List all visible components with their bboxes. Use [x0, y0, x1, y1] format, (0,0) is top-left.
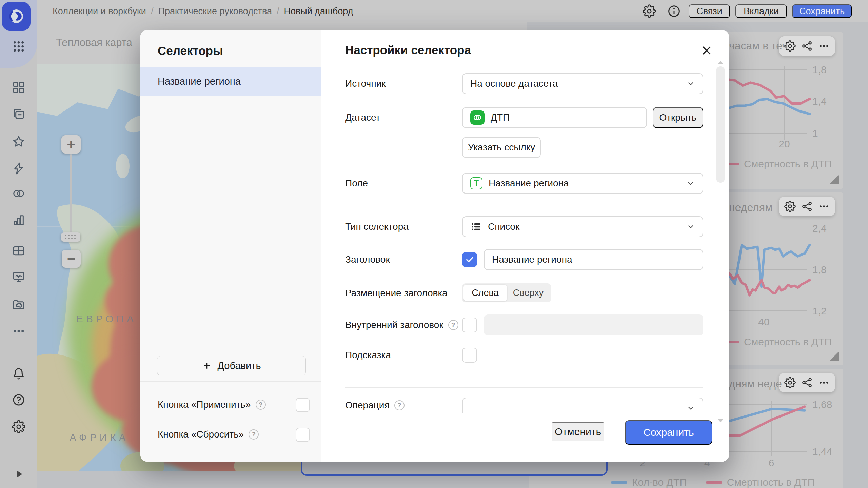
modal-scrollbar[interactable]	[716, 66, 725, 183]
connections-icon[interactable]	[12, 187, 25, 200]
selector-list-item[interactable]: Название региона	[140, 67, 321, 96]
chart-legend: Кол-во ДТПСмертность в ДТП	[611, 476, 815, 488]
monitoring-icon[interactable]	[12, 270, 25, 284]
chevron-down-icon	[686, 79, 695, 88]
list-icon	[470, 221, 482, 232]
chevron-down-icon	[686, 179, 695, 188]
widget-resize-handle[interactable]	[830, 175, 839, 184]
legend-item[interactable]: Смертность в ДТП	[706, 476, 815, 488]
reset-button-checkbox[interactable]	[296, 428, 310, 442]
map-zoom-track[interactable]	[70, 154, 72, 233]
chevron-down-icon	[686, 222, 695, 231]
dashboards-icon[interactable]	[12, 81, 25, 94]
hint-label: Подсказка	[345, 350, 391, 361]
specify-link-button[interactable]: Указать ссылку	[462, 137, 541, 158]
top-header: Коллекции и воркбуки / Практические руко…	[0, 0, 868, 22]
svg-text:6: 6	[769, 457, 774, 468]
svg-text:20: 20	[778, 138, 790, 149]
legend-item[interactable]: Смертность в ДТП	[723, 336, 832, 348]
breadcrumb-current: Новый дашборд	[284, 6, 353, 17]
legend-item[interactable]: Смертность в ДТП	[723, 158, 832, 170]
chart-legend: Смертность в ДТП	[723, 158, 832, 170]
chart-legend: Смертность в ДТП	[723, 336, 832, 348]
notifications-icon[interactable]	[12, 367, 25, 381]
screen: Коллекции и воркбуки / Практические руко…	[0, 0, 868, 488]
cancel-button[interactable]: Отменить	[552, 422, 604, 441]
map-zoom-slider-handle[interactable]	[61, 232, 80, 242]
header-save-button[interactable]: Сохранить	[792, 4, 852, 18]
scroll-up-arrow[interactable]	[717, 61, 724, 64]
apply-button-checkbox[interactable]	[296, 398, 310, 412]
tabs-button[interactable]: Вкладки	[735, 4, 787, 18]
chevron-down-icon	[686, 404, 695, 412]
collections-icon[interactable]	[12, 107, 25, 121]
breadcrumb-separator: /	[277, 6, 279, 17]
breadcrumb-collections[interactable]: Коллекции и воркбуки	[53, 6, 146, 17]
hint-checkbox[interactable]	[462, 348, 477, 363]
reset-button-label: Кнопка «Сбросить» ?	[158, 429, 259, 440]
connections-button[interactable]: Связи	[689, 4, 730, 18]
help-icon[interactable]: ?	[394, 400, 405, 410]
panel-divider	[140, 381, 321, 382]
breadcrumb: Коллекции и воркбуки / Практические руко…	[53, 0, 353, 22]
source-label: Источник	[345, 78, 386, 89]
quick-actions-icon[interactable]	[12, 162, 25, 175]
add-selector-button[interactable]: Добавить	[157, 356, 306, 375]
selector-type-select[interactable]: Список	[462, 216, 703, 237]
placement-top-option[interactable]: Сверху	[507, 288, 550, 298]
operation-label: Операция ?	[345, 400, 405, 411]
dataset-icon	[470, 110, 485, 125]
expand-sidebar-icon[interactable]	[14, 468, 25, 480]
inner-title-checkbox[interactable]	[462, 318, 477, 332]
form-divider	[345, 387, 703, 388]
dashboard-settings-icon[interactable]	[643, 4, 656, 18]
title-checkbox[interactable]	[462, 252, 477, 267]
more-icon[interactable]	[12, 324, 25, 338]
map-zoom-out-button[interactable]: −	[62, 250, 81, 268]
help-icon[interactable]: ?	[448, 320, 458, 330]
inner-title-input	[484, 314, 703, 336]
source-select[interactable]: На основе датасета	[462, 73, 703, 94]
map-zoom-in-button[interactable]: +	[61, 135, 81, 154]
charts-icon[interactable]	[12, 214, 25, 227]
widget-resize-handle[interactable]	[830, 352, 839, 361]
heatmap-widget-title: Тепловая карта	[56, 37, 132, 49]
check-icon	[465, 255, 474, 264]
dataset-label: Датасет	[345, 112, 380, 123]
info-icon[interactable]	[667, 4, 681, 18]
svg-text:40: 40	[758, 316, 769, 327]
open-dataset-button[interactable]: Открыть	[653, 107, 703, 128]
datalens-logo[interactable]	[2, 2, 31, 30]
settings-icon[interactable]	[12, 420, 25, 433]
save-button[interactable]: Сохранить	[625, 420, 712, 445]
form-divider	[345, 207, 703, 207]
title-input[interactable]: Название региона	[484, 249, 703, 270]
scroll-down-arrow[interactable]	[717, 419, 724, 422]
help-icon[interactable]: ?	[256, 400, 266, 410]
breadcrumb-separator: /	[151, 6, 154, 17]
selector-type-label: Тип селектора	[345, 221, 409, 232]
svg-text:1: 1	[812, 128, 818, 139]
title-label: Заголовок	[345, 254, 390, 265]
dataset-input[interactable]: ДТП	[462, 107, 647, 128]
storage-icon[interactable]	[12, 298, 25, 311]
string-field-icon: T	[470, 177, 482, 189]
breadcrumb-guides[interactable]: Практические руководства	[158, 6, 272, 17]
help-icon[interactable]: ?	[249, 429, 259, 440]
inner-title-label: Внутренний заголовок ?	[345, 320, 458, 330]
help-icon[interactable]	[12, 393, 25, 407]
legend-item[interactable]: Кол-во ДТП	[611, 476, 687, 488]
svg-text:1,2: 1,2	[812, 305, 827, 317]
settings-form: Источник На основе датасета Датасет ДТП …	[321, 30, 729, 417]
placement-left-option[interactable]: Слева	[463, 285, 507, 301]
map-label-europe: ЕВРОПА	[76, 313, 137, 325]
svg-text:1,68: 1,68	[812, 399, 832, 410]
favorites-icon[interactable]	[12, 135, 25, 148]
apps-grid-icon[interactable]	[12, 40, 25, 53]
field-select[interactable]: T Название региона	[462, 173, 703, 194]
tables-icon[interactable]	[12, 244, 25, 258]
field-label: Поле	[345, 178, 368, 189]
apply-button-label: Кнопка «Применить» ?	[158, 399, 266, 410]
selector-settings-modal: Селекторы Название региона Добавить Кноп…	[140, 30, 729, 462]
svg-text:1,44: 1,44	[812, 446, 832, 457]
